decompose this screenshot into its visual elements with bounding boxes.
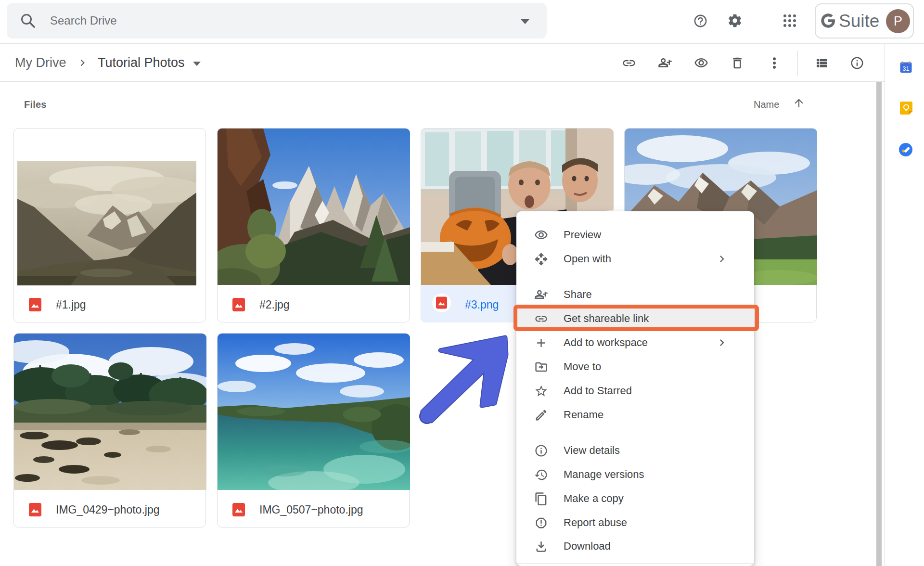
svg-text:31: 31 [903,65,910,72]
